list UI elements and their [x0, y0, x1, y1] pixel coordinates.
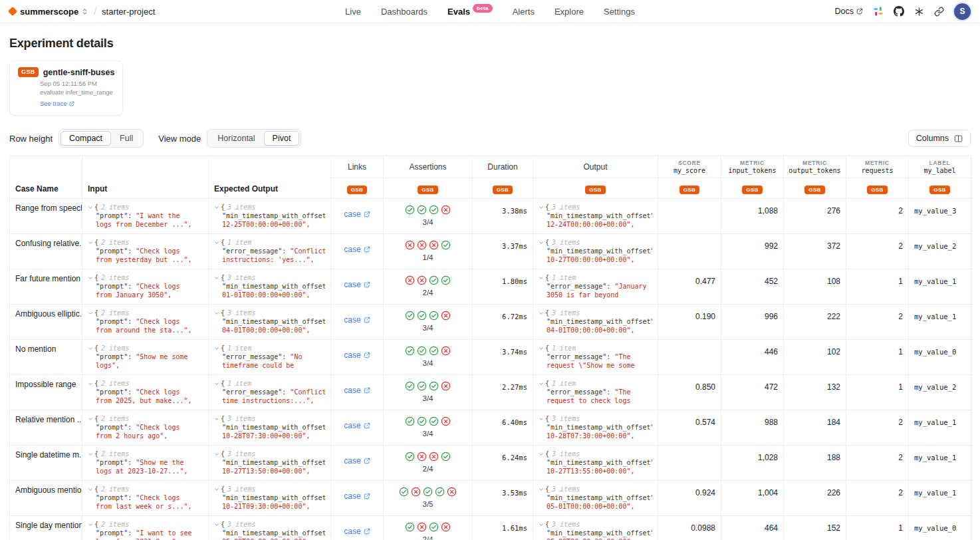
- chevron-down-icon[interactable]: [539, 346, 544, 351]
- table-row[interactable]: Impossible range{2 items"prompt": "Check…: [10, 375, 971, 410]
- run-badge[interactable]: GSB: [493, 186, 513, 194]
- docs-link[interactable]: Docs: [835, 7, 863, 16]
- column-group-assertions[interactable]: Assertions: [384, 156, 473, 178]
- row-height-option-compact[interactable]: Compact: [61, 131, 111, 146]
- chevron-down-icon[interactable]: [88, 311, 93, 316]
- case-link[interactable]: case: [344, 527, 370, 536]
- run-badge[interactable]: GSB: [867, 186, 888, 194]
- run-badge[interactable]: GSB: [804, 186, 825, 194]
- row-height-option-full[interactable]: Full: [111, 131, 142, 146]
- see-trace-link[interactable]: See trace: [40, 100, 74, 107]
- chevron-down-icon[interactable]: [88, 487, 93, 492]
- chevron-down-icon[interactable]: [214, 346, 219, 351]
- experiment-card[interactable]: GSB gentle-sniff-buses Sep 05 12:11:56 P…: [9, 61, 123, 116]
- nav-item-settings[interactable]: Settings: [604, 0, 635, 23]
- table-row[interactable]: Ambiguous mention{2 items"prompt": "Chec…: [10, 481, 971, 516]
- chevron-down-icon[interactable]: [88, 416, 93, 422]
- sparkle-icon[interactable]: [914, 7, 924, 17]
- nav-item-live[interactable]: Live: [345, 0, 361, 23]
- cell-duration: 6.72ms: [473, 305, 533, 340]
- chevron-down-icon[interactable]: [214, 487, 219, 492]
- avatar[interactable]: S: [954, 3, 971, 20]
- chevron-down-icon[interactable]: [539, 205, 544, 210]
- case-link[interactable]: case: [344, 491, 370, 501]
- chevron-down-icon[interactable]: [214, 240, 219, 245]
- assertion-fraction: 3/4: [389, 394, 467, 402]
- column-header-requests[interactable]: METRICrequests: [846, 156, 909, 178]
- assertion-pass-icon: [429, 381, 439, 391]
- run-badge[interactable]: GSB: [585, 186, 606, 194]
- chevron-down-icon[interactable]: [539, 487, 544, 492]
- nav-item-alerts[interactable]: Alerts: [513, 0, 535, 23]
- chevron-down-icon[interactable]: [214, 275, 219, 281]
- chevron-down-icon[interactable]: [539, 381, 544, 386]
- column-header-input[interactable]: Input: [82, 156, 209, 199]
- case-link[interactable]: case: [344, 421, 370, 430]
- chevron-down-icon[interactable]: [539, 240, 544, 245]
- chevron-down-icon[interactable]: [539, 311, 544, 316]
- cell-case-name: Single datetime m...: [10, 446, 82, 481]
- column-group-output[interactable]: Output: [533, 156, 658, 178]
- chevron-down-icon[interactable]: [214, 522, 219, 527]
- table-row[interactable]: Ambiguous elliptic...{2 items"prompt": "…: [10, 305, 971, 340]
- chevron-down-icon[interactable]: [88, 522, 93, 527]
- run-badge[interactable]: GSB: [418, 186, 438, 194]
- chevron-down-icon[interactable]: [88, 452, 93, 457]
- table-row[interactable]: No mention{2 items"prompt": "Show me som…: [10, 340, 971, 375]
- chevron-down-icon[interactable]: [539, 522, 544, 527]
- org-name[interactable]: summerscope: [20, 7, 78, 17]
- cell-input-tokens: 472: [721, 375, 784, 410]
- chevron-down-icon[interactable]: [88, 346, 93, 351]
- chevron-down-icon[interactable]: [88, 275, 93, 281]
- view-mode-option-pivot[interactable]: Pivot: [264, 131, 300, 146]
- table-row[interactable]: Far future mention{2 items"prompt": "Che…: [10, 269, 971, 305]
- run-badge[interactable]: GSB: [742, 186, 763, 194]
- chevron-down-icon[interactable]: [214, 381, 219, 386]
- case-link[interactable]: case: [344, 245, 370, 254]
- case-link[interactable]: case: [344, 280, 370, 289]
- chevron-down-icon[interactable]: [539, 275, 544, 281]
- nav-item-explore[interactable]: Explore: [554, 0, 584, 23]
- table-row[interactable]: Confusing relative...{2 items"prompt": "…: [10, 234, 971, 269]
- chevron-down-icon[interactable]: [214, 452, 219, 457]
- run-badge[interactable]: GSB: [679, 186, 700, 194]
- table-row[interactable]: Single day mention{2 items"prompt": "I w…: [10, 516, 971, 540]
- case-link[interactable]: case: [344, 456, 370, 466]
- column-header-score[interactable]: SCOREmy_score: [658, 156, 721, 178]
- chevron-down-icon[interactable]: [88, 205, 93, 210]
- slack-icon[interactable]: [873, 6, 884, 17]
- column-header-output_tokens[interactable]: METRICoutput_tokens: [784, 156, 846, 178]
- chevron-down-icon[interactable]: [214, 205, 219, 210]
- table-row[interactable]: Relative mention ...{2 items"prompt": "C…: [10, 410, 971, 446]
- case-link[interactable]: case: [344, 209, 370, 219]
- table-row[interactable]: Range from speech{2 items"prompt": "I wa…: [10, 199, 971, 234]
- cell-output: {3 items"min_timestamp_with_offset":04-0…: [533, 305, 658, 340]
- chevrons-up-down-icon[interactable]: [81, 8, 88, 15]
- case-link[interactable]: case: [344, 315, 370, 325]
- column-header-case_name[interactable]: Case Name: [10, 156, 82, 199]
- chevron-down-icon[interactable]: [214, 416, 219, 422]
- github-icon[interactable]: [894, 6, 904, 17]
- cell-expected-output: {3 items"min_timestamp_with_offset":12-2…: [209, 199, 331, 234]
- view-mode-option-horizontal[interactable]: Horizontal: [209, 131, 263, 146]
- table-row[interactable]: Single datetime m...{2 items"prompt": "S…: [10, 446, 971, 481]
- column-group-links[interactable]: Links: [331, 156, 384, 178]
- column-header-input_tokens[interactable]: METRICinput_tokens: [721, 156, 784, 178]
- case-link[interactable]: case: [344, 350, 370, 360]
- run-badge[interactable]: GSB: [929, 186, 950, 194]
- column-group-duration[interactable]: Duration: [473, 156, 533, 178]
- chevron-down-icon[interactable]: [214, 311, 219, 316]
- project-name[interactable]: starter-project: [102, 7, 155, 17]
- column-header-expected[interactable]: Expected Output: [209, 156, 331, 199]
- column-header-label[interactable]: LABELmy_label: [909, 156, 971, 178]
- chevron-down-icon[interactable]: [539, 452, 544, 457]
- columns-button[interactable]: Columns: [908, 130, 971, 147]
- chevron-down-icon[interactable]: [539, 416, 544, 422]
- case-link[interactable]: case: [344, 386, 370, 395]
- chevron-down-icon[interactable]: [88, 240, 93, 245]
- run-badge[interactable]: GSB: [347, 186, 368, 194]
- link-icon[interactable]: [934, 7, 944, 17]
- nav-item-dashboards[interactable]: Dashboards: [381, 0, 428, 23]
- nav-item-evals[interactable]: Evalsbeta: [447, 0, 493, 23]
- chevron-down-icon[interactable]: [88, 381, 93, 386]
